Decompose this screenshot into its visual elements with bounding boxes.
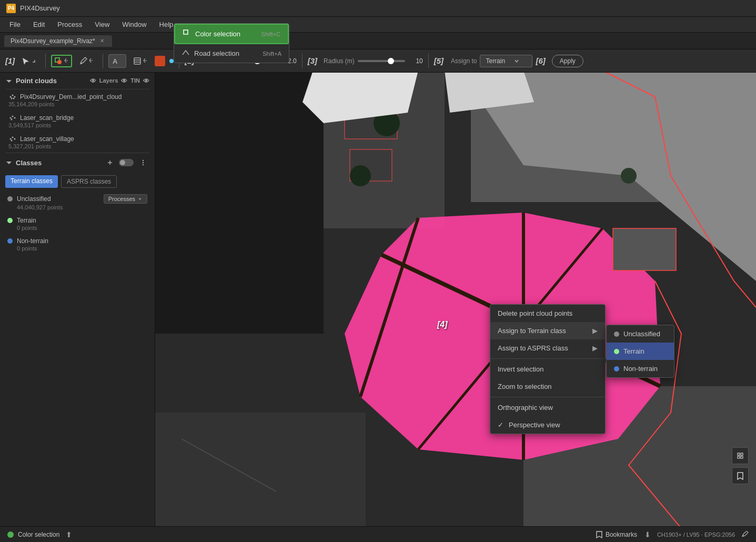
main-tab[interactable]: Pix4Dsurvey_example_Rivaz* ✕ <box>4 35 112 47</box>
svg-rect-6 <box>184 30 188 34</box>
road-selection-option[interactable]: Road selection Shift+A <box>174 44 289 63</box>
svg-point-39 <box>350 165 371 186</box>
sep-5 <box>428 54 429 68</box>
terrain-dropdown-value: Terrain <box>486 57 505 65</box>
ctx-perspective-view[interactable]: ✓ Perspective view <box>490 416 605 434</box>
svg-point-21 <box>143 162 144 163</box>
tin-label[interactable]: TIN <box>130 77 140 85</box>
menu-window[interactable]: Window <box>117 18 152 31</box>
svg-point-20 <box>143 160 144 161</box>
submenu-terrain[interactable]: Terrain <box>607 343 674 360</box>
terrain-class-dropdown[interactable]: Terrain <box>480 55 532 67</box>
layers-label[interactable]: Layers <box>99 77 118 85</box>
nonterrain-sub-label: Non-terrain <box>623 365 658 373</box>
point-clouds-visibility-toggle[interactable]: 👁 <box>90 77 96 85</box>
ctx-assign-terrain[interactable]: Assign to Terrain class ▶ <box>490 322 605 339</box>
classes-more-button[interactable] <box>137 157 149 168</box>
svg-point-18 <box>14 138 16 140</box>
ctx-zoom-label: Zoom to selection <box>498 383 552 390</box>
layer-tool[interactable] <box>129 54 152 68</box>
bookmarks-button[interactable]: Bookmarks <box>596 531 637 538</box>
class-tabs: Terrain classes ASPRS classes <box>0 172 155 191</box>
add-class-button[interactable] <box>104 158 116 167</box>
svg-point-12 <box>10 117 12 119</box>
menu-edit[interactable]: Edit <box>28 18 50 31</box>
ctx-assign-terrain-label: Assign to Terrain class <box>498 327 566 335</box>
status-down-arrow[interactable]: ⬇ <box>644 530 651 539</box>
unclassified-count: 44,040,927 points <box>17 204 147 210</box>
map-control-expand[interactable] <box>732 447 749 464</box>
sidebar: Point clouds 👁 Layers 👁 TIN 👁 Pix <box>0 73 155 526</box>
ctx-zoom-selection[interactable]: Zoom to selection <box>490 378 605 395</box>
ctx-assign-terrain-arrow-icon: ▶ <box>592 327 598 335</box>
class-item-terrain: Terrain 0 points <box>0 214 155 234</box>
unclassified-color <box>7 196 13 202</box>
terrain-sub-color <box>614 349 619 354</box>
ctx-ortho-view[interactable]: Orthographic view <box>490 399 605 416</box>
terrain-color <box>7 218 13 223</box>
road-selection-icon <box>182 48 190 58</box>
menu-process[interactable]: Process <box>52 18 87 31</box>
menu-file[interactable]: File <box>4 18 26 31</box>
draw-tool[interactable] <box>75 54 97 68</box>
toolbar: [1] A [2] Tolerance <box>0 49 756 73</box>
color-selection-label: Color selection <box>195 30 240 38</box>
unclassified-name: Unclassified <box>17 195 51 203</box>
submenu-nonterrain[interactable]: Non-terrain <box>607 360 674 377</box>
unclassified-sub-color <box>614 332 619 337</box>
status-indicator-dot <box>7 531 14 538</box>
ctx-invert-selection[interactable]: Invert selection <box>490 360 605 378</box>
bracket-1-label: [1] <box>5 56 15 65</box>
tab-label: Pix4Dsurvey_example_Rivaz* <box>11 37 95 45</box>
processes-button[interactable]: Processes <box>104 194 147 204</box>
selection-pointer-tool[interactable] <box>18 54 40 68</box>
app-name: PIX4Dsurvey <box>20 4 60 12</box>
status-up-arrow[interactable]: ⬆ <box>66 530 72 539</box>
bookmarks-label: Bookmarks <box>606 531 637 538</box>
svg-point-7 <box>10 96 12 98</box>
menu-view[interactable]: View <box>89 18 115 31</box>
main-area: Point clouds 👁 Layers 👁 TIN 👁 Pix <box>0 73 756 526</box>
titlebar: P4 PIX4Dsurvey <box>0 0 756 17</box>
color-selection-option[interactable]: Color selection Shift+C <box>174 24 289 44</box>
point-cloud-icon-2 <box>8 135 17 143</box>
nonterrain-sub-color <box>614 366 619 372</box>
status-left: Color selection <box>7 531 59 538</box>
classes-section-header: Classes <box>0 153 155 172</box>
class-item-unclassified: Unclassified Processes 44,040,927 points <box>0 191 155 214</box>
bracket-5-label: [5] <box>434 56 443 65</box>
radius-slider[interactable] <box>358 60 405 62</box>
point-cloud-name-1: Laser_scan_bridge <box>20 114 74 122</box>
asprs-classes-tab[interactable]: ASPRS classes <box>61 175 117 188</box>
svg-rect-46 <box>738 453 740 455</box>
tin-visibility-toggle[interactable]: 👁 <box>143 77 149 85</box>
ctx-assign-asprs[interactable]: Assign to ASPRS class ▶ <box>490 339 605 357</box>
layers-visibility-toggle[interactable]: 👁 <box>121 77 127 85</box>
ctx-delete-points[interactable]: Delete point cloud points <box>490 305 605 322</box>
svg-point-22 <box>143 164 144 165</box>
ctx-assign-asprs-arrow-icon: ▶ <box>592 344 598 352</box>
tab-close-button[interactable]: ✕ <box>98 37 106 45</box>
svg-point-13 <box>12 116 14 117</box>
terrain-classes-tab[interactable]: Terrain classes <box>5 175 58 188</box>
classes-toggle[interactable] <box>119 159 134 166</box>
map-control-bookmark[interactable] <box>732 467 749 484</box>
ctx-perspective-check-icon: ✓ <box>498 421 503 429</box>
color-selection-tool-group[interactable] <box>51 55 72 67</box>
color-picker-tool[interactable] <box>155 56 165 66</box>
apply-button[interactable]: Apply <box>552 55 583 67</box>
status-right: Bookmarks ⬇ <box>596 530 651 539</box>
height-tool[interactable]: A <box>108 54 126 68</box>
class-item-nonterrain: Non-terrain 0 points <box>0 234 155 255</box>
point-clouds-visibility-icons: 👁 Layers 👁 TIN 👁 <box>90 77 149 85</box>
unclassified-sub-label: Unclassified <box>623 330 660 338</box>
svg-point-17 <box>12 137 14 138</box>
nonterrain-count: 0 points <box>17 245 147 252</box>
app-icon: P4 <box>6 4 16 13</box>
classes-controls <box>104 157 149 168</box>
3d-view[interactable]: [4] Delete point cloud points Assign to … <box>155 73 756 526</box>
submenu-unclassified[interactable]: Unclassified <box>607 325 674 343</box>
point-cloud-name-0: Pix4Dsurvey_Dem...ied_point_cloud <box>20 93 122 101</box>
coord-edit-icon[interactable] <box>741 531 749 538</box>
expand-icon <box>5 77 13 85</box>
